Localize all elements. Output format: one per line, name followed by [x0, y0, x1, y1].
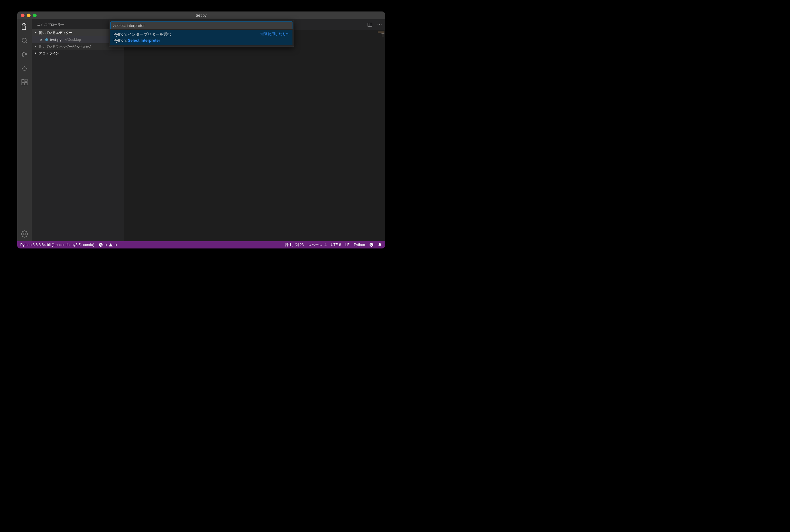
svg-point-3 [25, 54, 26, 55]
minimize-window-button[interactable] [27, 14, 31, 17]
search-icon[interactable] [20, 36, 29, 45]
python-file-icon: ⬢ [45, 37, 48, 42]
status-indent[interactable]: スペース: 4 [308, 243, 326, 248]
status-eol[interactable]: LF [345, 243, 350, 247]
traffic-lights [17, 14, 37, 17]
minimap-indicator: T [377, 33, 385, 38]
svg-rect-8 [25, 79, 27, 81]
svg-point-12 [379, 24, 380, 25]
settings-gear-icon[interactable] [20, 230, 29, 238]
command-palette-input[interactable] [110, 21, 292, 29]
no-folder-label: 開いているフォルダーがありません [39, 44, 92, 49]
command-palette: 最近使用したもの Python: インタープリターを選択 Python: Sel… [109, 20, 294, 47]
result-line-en: Python: Select Interpreter [113, 37, 290, 43]
svg-point-4 [23, 67, 26, 71]
command-palette-result[interactable]: 最近使用したもの Python: インタープリターを選択 Python: Sel… [110, 30, 292, 45]
svg-point-17 [372, 244, 372, 245]
status-feedback-icon[interactable] [369, 243, 373, 247]
svg-point-15 [370, 243, 373, 247]
chevron-down-icon [34, 31, 38, 35]
outline-header[interactable]: アウトライン [32, 50, 124, 57]
status-bell-icon[interactable] [378, 243, 382, 247]
status-interpreter[interactable]: Python 3.6.8 64-bit ('anaconda_py3.6': c… [20, 243, 94, 247]
status-problems[interactable]: 0 0 [98, 243, 117, 247]
status-cursor[interactable]: 行 1、列 23 [285, 243, 304, 248]
sidebar: エクスプローラー 開いているエディター × ⬢ test.py ~/Deskto… [32, 19, 124, 241]
window-title: test.py [17, 13, 385, 18]
svg-point-13 [381, 24, 381, 25]
more-actions-icon[interactable] [376, 21, 383, 28]
open-editor-filename: test.py [50, 37, 61, 42]
titlebar: test.py [17, 12, 385, 19]
open-editors-label: 開いているエディター [39, 31, 72, 35]
activity-bar [17, 19, 32, 241]
close-editor-icon[interactable]: × [39, 37, 43, 42]
chevron-right-icon [34, 51, 38, 55]
status-bar: Python 3.6.8 64-bit ('anaconda_py3.6': c… [17, 241, 385, 248]
close-window-button[interactable] [21, 14, 24, 17]
chevron-right-icon [34, 44, 38, 49]
svg-point-11 [378, 24, 379, 25]
vscode-window: test.py エクスプローラー [17, 12, 385, 248]
editor-area: T [124, 19, 385, 241]
svg-point-16 [370, 244, 371, 245]
svg-point-2 [22, 56, 23, 57]
workbench-body: エクスプローラー 開いているエディター × ⬢ test.py ~/Deskto… [17, 19, 385, 241]
svg-point-1 [22, 52, 23, 53]
status-language[interactable]: Python [354, 243, 365, 247]
svg-point-9 [23, 233, 25, 235]
status-encoding[interactable]: UTF-8 [331, 243, 341, 247]
svg-point-0 [22, 38, 26, 42]
svg-rect-6 [22, 82, 24, 85]
explorer-icon[interactable] [20, 22, 29, 31]
extensions-icon[interactable] [20, 78, 29, 87]
open-editor-path: ~/Desktop [65, 37, 81, 42]
source-control-icon[interactable] [20, 50, 29, 59]
outline-label: アウトライン [39, 51, 59, 56]
split-editor-icon[interactable] [366, 21, 373, 28]
minimap[interactable]: T [377, 31, 385, 38]
warning-icon [109, 243, 113, 247]
debug-icon[interactable] [20, 64, 29, 73]
error-icon [98, 243, 103, 247]
recently-used-label: 最近使用したもの [260, 32, 290, 37]
svg-rect-7 [25, 82, 27, 85]
zoom-window-button[interactable] [33, 14, 37, 17]
svg-rect-5 [22, 79, 24, 82]
